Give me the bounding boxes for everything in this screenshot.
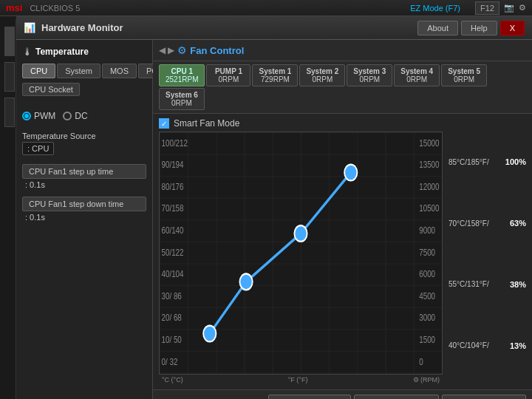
about-button[interactable]: About (417, 21, 458, 35)
axis-rpm: ⚙ (RPM) (413, 376, 440, 383)
perc-val-1: 63% (502, 219, 526, 228)
svg-text:10/ 50: 10/ 50 (161, 335, 181, 344)
fan1-step-up-value: : 0.1s (22, 180, 146, 189)
fan-chip-system-3[interactable]: System 30RPM (347, 64, 392, 86)
chart-point-4 (344, 165, 357, 181)
svg-text:0/ 32: 0/ 32 (161, 356, 177, 366)
tab-cpu[interactable]: CPU (22, 64, 55, 78)
close-button[interactable]: X (500, 21, 525, 35)
dc-label: DC (75, 111, 87, 121)
msi-logo: msi (6, 2, 22, 13)
svg-text:80/176: 80/176 (161, 182, 183, 191)
fan1-step-down-button[interactable]: CPU Fan1 step down time (22, 197, 146, 211)
fan-chips-container: CPU 12521RPMPUMP 10RPMSystem 1729RPMSyst… (153, 61, 532, 114)
tab-system[interactable]: System (57, 64, 100, 78)
perc-val-3: 13% (502, 341, 526, 350)
fan-chart[interactable]: 100/212 90/194 80/176 70/158 60/140 50/1… (159, 132, 443, 375)
cpu-socket-button[interactable]: CPU Socket (22, 83, 80, 96)
svg-text:20/ 68: 20/ 68 (161, 313, 181, 322)
set-default-button[interactable]: All Set Default(D) (354, 395, 439, 399)
smart-fan-checkbox[interactable]: ✓ (159, 118, 169, 129)
svg-text:50/122: 50/122 (161, 248, 183, 257)
svg-text:12000: 12000 (419, 182, 439, 191)
fan-chip-system-5[interactable]: System 50RPM (441, 64, 487, 86)
svg-text:1500: 1500 (419, 335, 435, 344)
settings-icon[interactable]: ⚙ (519, 3, 526, 13)
fan-control-title: Fan Control (190, 45, 244, 56)
action-buttons: All Full Speed(F)All Set Default(D)All S… (153, 389, 532, 399)
chart-point-3 (294, 225, 307, 242)
svg-text:40/104: 40/104 (161, 269, 183, 279)
pwm-label: PWM (34, 111, 55, 121)
nav-item-2[interactable] (4, 62, 15, 92)
help-button[interactable]: Help (461, 21, 497, 35)
fan1-step-down-value: : 0.1s (22, 213, 146, 222)
perc-row-0: 85°C/185°F/100% (449, 157, 526, 166)
svg-rect-1 (160, 132, 442, 374)
temperature-icon: 🌡 (22, 46, 33, 58)
dc-radio-dot[interactable] (63, 112, 72, 120)
perc-row-2: 55°C/131°F/38% (449, 280, 526, 289)
fan-chip-cpu-1[interactable]: CPU 12521RPM (159, 64, 205, 86)
perc-val-2: 38% (502, 280, 526, 289)
section-title: Temperature (35, 47, 89, 57)
svg-text:30/ 86: 30/ 86 (161, 291, 181, 301)
camera-icon[interactable]: 📷 (504, 3, 514, 13)
fan-icon: ⚙ (177, 44, 187, 56)
fan-chip-pump-1[interactable]: PUMP 10RPM (206, 64, 250, 86)
smart-fan-label: Smart Fan Mode (174, 118, 239, 129)
svg-text:4500: 4500 (419, 291, 435, 301)
perc-temp-0: 85°C/185°F/ (449, 158, 499, 166)
perc-temp-2: 55°C/131°F/ (449, 280, 499, 288)
fan-chip-system-2[interactable]: System 20RPM (299, 64, 345, 86)
window-title: Hardware Monitor (41, 22, 123, 33)
svg-text:60/140: 60/140 (161, 225, 183, 235)
chart-point-2 (239, 274, 252, 290)
svg-text:10500: 10500 (419, 203, 439, 213)
svg-text:9000: 9000 (419, 225, 435, 235)
svg-text:90/194: 90/194 (161, 160, 183, 169)
svg-text:6000: 6000 (419, 269, 435, 279)
axis-celsius: °C (°C) (162, 376, 183, 383)
fan1-step-up-button[interactable]: CPU Fan1 step up time (22, 164, 146, 179)
svg-text:3000: 3000 (419, 313, 435, 322)
dc-radio[interactable]: DC (63, 111, 87, 121)
fan-chip-system-6[interactable]: System 60RPM (159, 88, 205, 110)
tab-mos[interactable]: MOS (102, 64, 137, 78)
chart-point-1 (203, 326, 216, 342)
percentage-bars: 85°C/185°F/100%70°C/158°F/63%55°C/131°F/… (449, 118, 526, 385)
f12-icon[interactable]: F12 (475, 1, 499, 15)
fan-chip-system-4[interactable]: System 40RPM (394, 64, 440, 86)
svg-text:13500: 13500 (419, 160, 439, 169)
nav-item-3[interactable] (4, 98, 15, 127)
axis-fahrenheit: °F (°F) (288, 376, 308, 383)
fan-chip-system-1[interactable]: System 1729RPM (252, 64, 298, 86)
fan-header-arrow: ◀ ▶ (159, 45, 174, 55)
pwm-radio-dot[interactable] (22, 112, 31, 120)
perc-temp-1: 70°C/158°F/ (449, 219, 499, 228)
svg-text:70/158: 70/158 (161, 203, 183, 213)
set-cancel-button[interactable]: All Set Cancel(C) (442, 395, 526, 399)
temp-source-value[interactable]: : CPU (22, 142, 54, 155)
perc-val-0: 100% (502, 157, 526, 166)
nav-item-1[interactable] (4, 27, 15, 56)
svg-text:0: 0 (419, 356, 423, 366)
svg-text:7500: 7500 (419, 248, 435, 257)
svg-text:100/212: 100/212 (161, 138, 188, 148)
svg-text:15000: 15000 (419, 138, 439, 148)
hardware-monitor-icon: 📊 (24, 22, 35, 33)
temp-source-label: Temperature Source (22, 132, 146, 140)
ez-mode-button[interactable]: EZ Mode (F7) (410, 4, 460, 13)
pwm-radio[interactable]: PWM (22, 111, 55, 121)
app-subtitle: CLICKBIOS 5 (30, 4, 410, 13)
full-speed-button[interactable]: All Full Speed(F) (268, 395, 351, 399)
perc-temp-3: 40°C/104°F/ (449, 341, 499, 349)
perc-row-3: 40°C/104°F/13% (449, 341, 526, 350)
perc-row-1: 70°C/158°F/63% (449, 219, 526, 228)
